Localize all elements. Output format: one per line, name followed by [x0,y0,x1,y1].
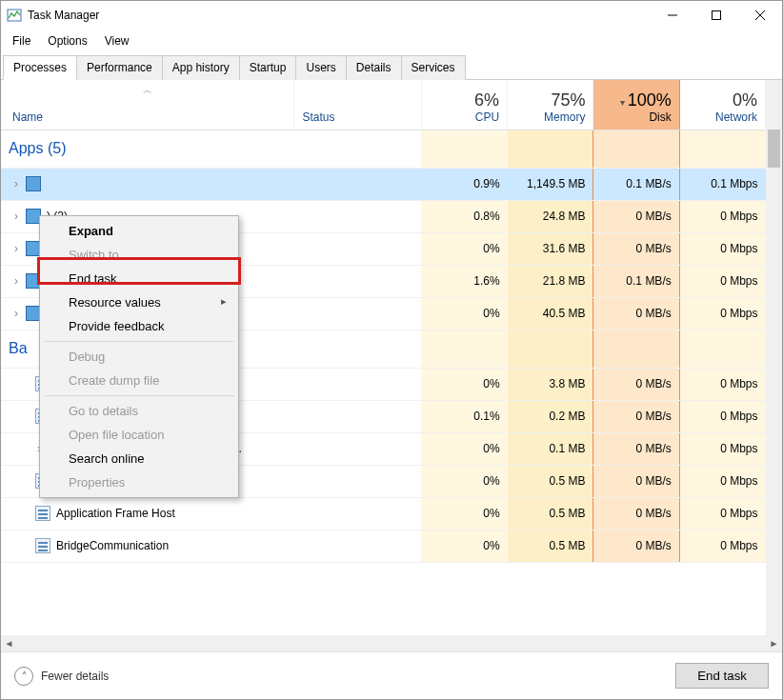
status-cell [294,432,421,465]
disk-cell: 0 MB/s [593,232,679,265]
sort-chevron-icon: ︿ [143,84,152,97]
column-header-disk[interactable]: 100%Disk [593,80,679,130]
net-cell: 0 Mbps [679,465,765,497]
process-name: Application Frame Host [56,507,175,520]
ctx-search-online[interactable]: Search online [42,447,236,470]
column-header-status[interactable]: Status [294,80,421,130]
maximize-button[interactable] [694,1,738,30]
disk-cell: 0 MB/s [593,432,679,465]
net-cell: 0 Mbps [679,265,765,297]
column-header-network[interactable]: 0%Network [679,80,765,130]
disk-cell: 0 MB/s [593,530,679,562]
cpu-cell: 0% [421,232,507,265]
ctx-expand[interactable]: Expand [42,219,236,243]
chevron-up-icon: ˄ [14,667,33,686]
net-cell: 0 Mbps [679,297,765,330]
minimize-button[interactable] [651,1,694,30]
mem-cell: 0.5 MB [508,497,593,530]
tab-bar: Processes Performance App history Startu… [1,54,782,80]
column-header-cpu[interactable]: 6%CPU [421,80,507,130]
cpu-cell: 0% [421,368,507,400]
fewer-details-button[interactable]: ˄ Fewer details [14,667,109,686]
cpu-cell: 0% [421,465,507,497]
tab-performance[interactable]: Performance [76,55,163,80]
disk-cell: 0 MB/s [593,200,679,232]
cpu-cell: 0.9% [421,168,507,200]
expand-chevron-icon[interactable]: › [10,274,22,288]
mem-cell: 40.5 MB [508,297,593,330]
expand-chevron-icon[interactable]: › [10,242,22,255]
ctx-debug: Debug [42,345,236,369]
cpu-cell: 0.1% [421,400,507,432]
status-cell [294,400,421,432]
close-button[interactable] [738,1,782,30]
menu-file[interactable]: File [5,31,38,50]
horizontal-scrollbar[interactable]: ◄ ► [1,635,782,651]
table-row[interactable]: BridgeCommunication0%0.5 MB0 MB/s0 Mbps [1,530,782,562]
process-name: BridgeCommunication [56,539,169,552]
ctx-end-task[interactable]: End task [42,267,236,290]
net-cell: 0 Mbps [679,432,765,465]
tab-users[interactable]: Users [295,55,346,80]
cpu-cell: 0% [421,297,507,330]
expand-chevron-icon[interactable]: › [10,177,22,190]
cpu-cell: 0% [421,432,507,465]
status-cell [294,265,421,297]
scroll-right-icon[interactable]: ► [766,635,782,651]
group-header: Apps (5) [1,130,782,168]
tab-app-history[interactable]: App history [162,55,240,80]
ctx-open-location: Open file location [42,423,236,447]
column-header-memory[interactable]: 75%Memory [508,80,593,130]
svg-rect-2 [713,11,721,20]
ctx-create-dump: Create dump file [42,369,236,392]
disk-cell: 0.1 MB/s [593,265,679,297]
disk-cell: 0.1 MB/s [593,168,679,200]
status-cell [294,497,421,530]
end-task-button[interactable]: End task [675,663,769,689]
column-header-name[interactable]: ︿ Name [1,80,294,130]
status-cell [294,168,421,200]
mem-cell: 24.8 MB [508,200,593,232]
process-icon [26,176,41,191]
task-manager-icon [7,8,22,23]
vertical-scrollbar[interactable] [766,130,782,635]
disk-cell: 0 MB/s [593,368,679,400]
net-cell: 0 Mbps [679,400,765,432]
net-cell: 0 Mbps [679,530,765,562]
expand-chevron-icon[interactable]: › [10,307,22,320]
tab-startup[interactable]: Startup [239,55,297,80]
net-cell: 0 Mbps [679,497,765,530]
window-title: Task Manager [28,9,99,22]
ctx-properties: Properties [42,470,236,494]
tab-processes[interactable]: Processes [3,55,77,80]
status-cell [294,530,421,562]
table-row[interactable]: ›0.9%1,149.5 MB0.1 MB/s0.1 Mbps [1,168,782,200]
table-row[interactable]: Application Frame Host0%0.5 MB0 MB/s0 Mb… [1,497,782,530]
menu-options[interactable]: Options [40,31,94,50]
task-manager-window: Task Manager File Options View Processes… [0,0,783,700]
ctx-resource-values[interactable]: Resource values [42,290,236,314]
disk-cell: 0 MB/s [593,465,679,497]
mem-cell: 0.5 MB [508,465,593,497]
disk-cell: 0 MB/s [593,497,679,530]
mem-cell: 0.5 MB [508,530,593,562]
net-cell: 0 Mbps [679,232,765,265]
process-icon [35,506,50,521]
net-cell: 0 Mbps [679,200,765,232]
menubar: File Options View [1,30,782,52]
titlebar: Task Manager [1,1,782,30]
menu-view[interactable]: View [97,31,137,50]
expand-chevron-icon[interactable]: › [10,210,22,223]
disk-cell: 0 MB/s [593,297,679,330]
mem-cell: 3.8 MB [508,368,593,400]
tab-services[interactable]: Services [401,55,466,80]
ctx-provide-feedback[interactable]: Provide feedback [42,314,236,338]
net-cell: 0 Mbps [679,368,765,400]
tab-details[interactable]: Details [346,55,402,80]
scroll-left-icon[interactable]: ◄ [1,635,17,651]
mem-cell: 0.1 MB [508,432,593,465]
footer: ˄ Fewer details End task [1,651,782,699]
cpu-cell: 0% [421,530,507,562]
status-cell [294,368,421,400]
process-icon [35,538,50,553]
